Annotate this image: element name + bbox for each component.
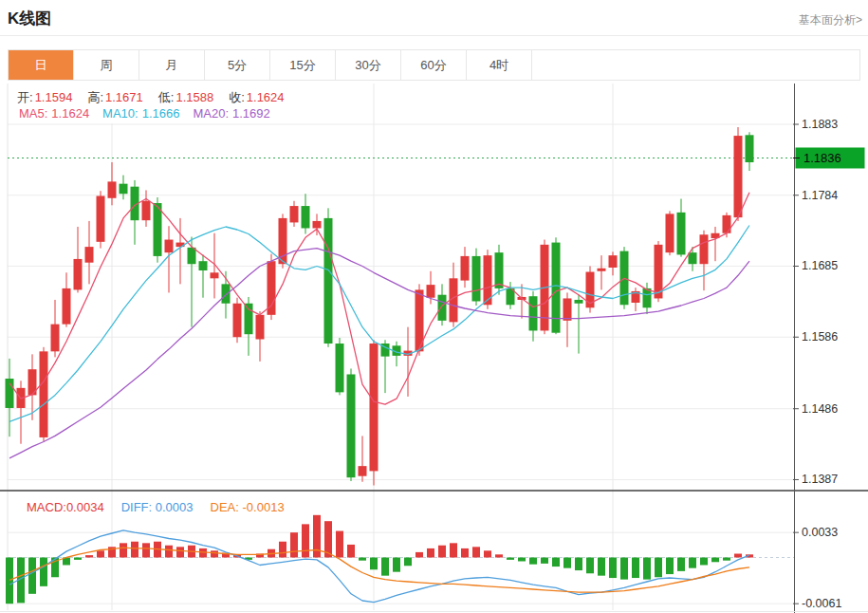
ma5-readout: MA5:1.1624 [19,106,89,121]
macd-bar-positive [211,550,218,557]
tab-15min[interactable]: 15分 [270,50,336,80]
candle-body-down [552,243,561,333]
macd-bar-positive [290,532,298,557]
candle-body-up [211,272,219,278]
macd-bar-positive [347,545,355,558]
macd-bar-negative [711,558,719,563]
tab-month[interactable]: 月 [139,50,205,80]
candle-body-down [245,304,253,334]
price-axis-label: 1.1685 [802,259,838,272]
macd-bar-positive [336,531,343,558]
candle-body-up [370,344,379,471]
candle-body-up [85,247,94,263]
candle-body-down [222,284,231,303]
ma20-line [9,249,749,458]
close-readout: 收:1.1624 [229,89,284,106]
candle-body-down [120,184,128,195]
candle-body-down [199,261,208,270]
macd-bar-negative [586,558,594,574]
macd-bar-negative [723,558,730,561]
macd-bar-negative [518,558,526,562]
candle-body-up [609,255,618,268]
candle-body-down [746,135,754,162]
tab-4hour[interactable]: 4时 [467,50,532,80]
macd-bar-positive [120,543,127,557]
candle-body-down [689,252,697,264]
macd-bar-negative [6,558,13,604]
macd-bar-negative [28,558,36,594]
macd-bar-negative [700,558,708,566]
price-axis-label: 1.1486 [802,402,838,416]
candle-body-down [575,300,583,304]
macd-bar-negative [381,558,389,576]
candle-body-up [290,206,299,222]
ohlc-readout: 开:1.1594 高:1.1671 低:1.1588 收:1.1624 [17,89,285,106]
ma10-line [9,226,749,422]
macd-value-readout: MACD:0.0034 [27,500,104,514]
macd-bar-positive [416,552,423,558]
high-readout: 高:1.1671 [87,89,142,106]
candle-body-up [51,325,60,352]
diff-value-readout: DIFF: 0.0003 [121,500,194,514]
candle-body-up [563,298,572,320]
macd-bar-negative [359,558,366,561]
candle-body-down [529,296,538,330]
tab-5min[interactable]: 5分 [205,50,270,80]
candle-body-down [495,252,504,288]
page-title: K线图 [8,8,51,29]
tab-week[interactable]: 周 [74,50,139,80]
candle-body-up [108,181,117,197]
macd-bar-negative [563,558,571,568]
macd-bar-positive [461,548,469,558]
macd-bar-negative [393,558,400,572]
candle-body-up [700,234,709,264]
macd-bar-positive [131,542,139,558]
tab-60min[interactable]: 60分 [401,50,467,80]
macd-bar-negative [552,558,560,567]
macd-bar-negative [598,558,605,576]
candle-body-down [188,248,196,264]
fundamental-analysis-link[interactable]: 基本面分析> [799,12,862,28]
candle-body-down [347,374,356,477]
low-readout: 低:1.1588 [158,89,213,106]
candle-body-up [313,221,322,229]
candle-body-up [461,256,470,281]
macd-bar-negative [529,558,537,565]
candle-body-down [677,213,686,255]
macd-bar-positive [302,524,309,557]
macd-axis-label: 0.0033 [802,526,838,539]
candle-body-up [427,285,435,298]
macd-bar-positive [495,554,503,557]
macd-bar-positive [472,547,480,557]
macd-bar-negative [609,558,617,579]
macd-bar-negative [655,558,662,578]
macd-bar-positive [279,542,286,558]
macd-bar-negative [620,558,628,580]
macd-bar-negative [643,558,651,580]
price-axis-label: 1.1784 [802,189,838,202]
tab-day[interactable]: 日 [9,50,74,80]
candle-body-up [165,240,174,253]
candle-body-down [472,256,481,302]
macd-bar-negative [404,558,412,567]
candle-body-down [302,206,310,228]
candle-body-up [63,288,71,325]
macd-bar-positive [484,550,491,557]
macd-bar-negative [507,558,514,560]
dea-value-readout: DEA: -0.0013 [211,500,285,514]
tab-30min[interactable]: 30分 [336,50,401,80]
open-readout: 开:1.1594 [17,89,72,106]
candle-body-down [154,203,162,256]
period-tabbar: 日 周 月 5分 15分 30分 60分 4时 [8,49,860,81]
macd-bar-positive [438,546,446,558]
price-axis-label: 1.1387 [802,473,838,486]
candle-body-up [734,136,743,217]
candle-body-up [723,215,731,233]
macd-bar-positive [427,548,434,558]
candle-body-up [233,304,242,337]
titlebar: K线图 基本面分析> [0,0,868,36]
macd-bar-positive [734,554,742,558]
candle-body-up [40,351,48,437]
macd-bar-positive [450,543,457,557]
macd-bar-negative [689,558,696,568]
